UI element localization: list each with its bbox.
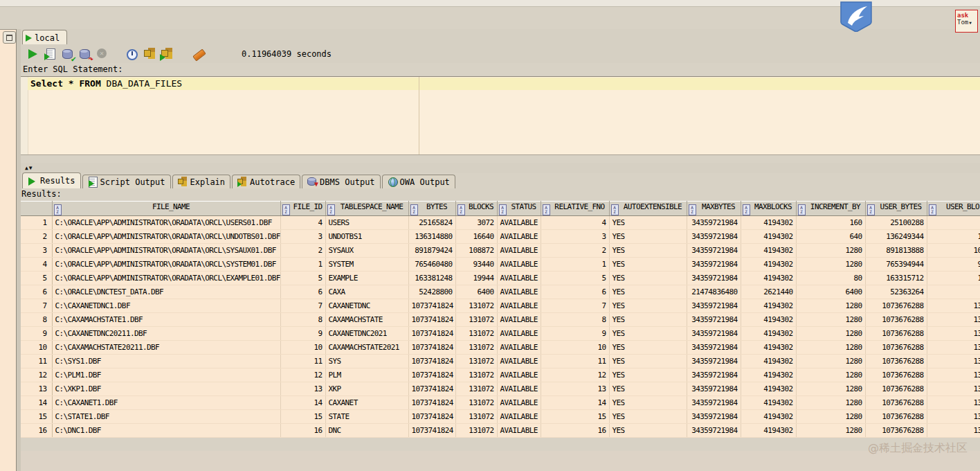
- grid-cell[interactable]: 34359721984: [687, 410, 741, 424]
- column-header-user_blo[interactable]: AZUSER_BLO: [927, 202, 980, 216]
- column-header-user_bytes[interactable]: AZUSER_BYTES: [865, 202, 927, 216]
- sql-statement-text[interactable]: Select * FROM DBA_DATA_FILES: [30, 78, 182, 89]
- grid-cell[interactable]: 4194302: [741, 299, 796, 313]
- grid-cell[interactable]: 19: [927, 272, 980, 285]
- grid-cell[interactable]: 131072: [455, 410, 497, 424]
- grid-cell[interactable]: 4194302: [741, 382, 796, 396]
- grid-cell[interactable]: 8: [541, 313, 609, 327]
- column-header-file_id[interactable]: AZFILE_ID: [280, 202, 325, 216]
- grid-cell[interactable]: 765394944: [865, 258, 927, 272]
- grid-cell[interactable]: 1073676288: [865, 299, 927, 313]
- grid-cell[interactable]: C:\STATE1.DBF: [52, 410, 280, 424]
- grid-cell[interactable]: YES: [609, 368, 687, 382]
- row-number-cell[interactable]: 5: [21, 272, 52, 285]
- grid-cell[interactable]: 12: [541, 368, 609, 382]
- horizontal-splitter[interactable]: ▲▼: [21, 163, 980, 173]
- grid-cell[interactable]: YES: [609, 410, 687, 424]
- row-number-cell[interactable]: 8: [21, 313, 52, 327]
- row-number-cell[interactable]: 14: [21, 396, 52, 410]
- grid-cell[interactable]: 6: [927, 285, 980, 299]
- row-number-cell[interactable]: 2: [21, 230, 52, 244]
- grid-cell[interactable]: 163381248: [408, 272, 455, 285]
- panel-collapse-button[interactable]: [3, 31, 16, 44]
- grid-cell[interactable]: 16: [280, 424, 325, 438]
- grid-cell[interactable]: YES: [609, 355, 687, 368]
- grid-cell[interactable]: 1073676288: [865, 410, 927, 424]
- grid-cell[interactable]: 131072: [455, 327, 497, 341]
- grid-cell[interactable]: 131: [927, 382, 980, 396]
- grid-cell[interactable]: 11: [541, 355, 609, 368]
- grid-cell[interactable]: 1073676288: [865, 396, 927, 410]
- grid-cell[interactable]: 4194302: [741, 355, 796, 368]
- grid-cell[interactable]: YES: [609, 285, 687, 299]
- grid-cell[interactable]: 34359721984: [687, 396, 741, 410]
- grid-cell[interactable]: 14: [541, 396, 609, 410]
- table-row[interactable]: 8C:\CAXAMACHSTATE1.DBF8CAXAMACHSTATE1073…: [21, 313, 980, 327]
- table-row[interactable]: 2C:\ORACLE\APP\ADMINISTRATOR\ORADATA\ORC…: [21, 230, 980, 244]
- grid-cell[interactable]: C:\CAXANETDNC1.DBF: [52, 299, 280, 313]
- grid-cell[interactable]: 3: [927, 216, 980, 230]
- grid-cell[interactable]: C:\CAXANETDNC20211.DBF: [52, 327, 280, 341]
- grid-cell[interactable]: 3072: [455, 216, 497, 230]
- row-number-cell[interactable]: 10: [21, 341, 52, 355]
- grid-cell[interactable]: 4: [541, 216, 609, 230]
- grid-cell[interactable]: 1073676288: [865, 355, 927, 368]
- grid-cell[interactable]: 4194302: [741, 341, 796, 355]
- grid-cell[interactable]: CAXAMACHSTATE: [325, 313, 408, 327]
- grid-cell[interactable]: YES: [609, 341, 687, 355]
- grid-cell[interactable]: AVAILABLE: [497, 230, 541, 244]
- grid-cell[interactable]: 34359721984: [687, 244, 741, 258]
- grid-cell[interactable]: C:\ORACLE\APP\ADMINISTRATOR\ORADATA\ORCL…: [52, 258, 280, 272]
- row-number-cell[interactable]: 6: [21, 285, 52, 299]
- grid-cell[interactable]: YES: [609, 258, 687, 272]
- grid-cell[interactable]: 1073741824: [408, 368, 455, 382]
- grid-cell[interactable]: 34359721984: [687, 327, 741, 341]
- row-number-cell[interactable]: 3: [21, 244, 52, 258]
- column-header-increment_by[interactable]: AZINCREMENT_BY: [796, 202, 865, 216]
- grid-cell[interactable]: CAXA: [325, 285, 408, 299]
- grid-cell[interactable]: AVAILABLE: [497, 313, 541, 327]
- grid-cell[interactable]: AVAILABLE: [497, 285, 541, 299]
- row-number-cell[interactable]: 16: [21, 424, 52, 438]
- column-header-blocks[interactable]: AZBLOCKS: [455, 202, 497, 216]
- grid-cell[interactable]: 131072: [455, 313, 497, 327]
- grid-cell[interactable]: 891879424: [408, 244, 455, 258]
- grid-cell[interactable]: 2: [541, 244, 609, 258]
- grid-cell[interactable]: SYSTEM: [325, 258, 408, 272]
- grid-cell[interactable]: 13: [280, 382, 325, 396]
- grid-cell[interactable]: AVAILABLE: [497, 216, 541, 230]
- grid-cell[interactable]: 9: [541, 327, 609, 341]
- grid-cell[interactable]: 108872: [455, 244, 497, 258]
- grid-cell[interactable]: 1280: [796, 258, 865, 272]
- grid-cell[interactable]: 1073741824: [408, 299, 455, 313]
- grid-cell[interactable]: 4194302: [741, 272, 796, 285]
- grid-cell[interactable]: 131: [927, 396, 980, 410]
- grid-cell[interactable]: 14: [280, 396, 325, 410]
- autotrace-button[interactable]: [160, 47, 174, 61]
- grid-cell[interactable]: 12: [280, 368, 325, 382]
- grid-cell[interactable]: 10: [280, 341, 325, 355]
- grid-cell[interactable]: 8: [280, 313, 325, 327]
- grid-cell[interactable]: 93: [927, 258, 980, 272]
- grid-cell[interactable]: 4194302: [741, 313, 796, 327]
- sql-editor[interactable]: Select * FROM DBA_DATA_FILES ◀: [21, 76, 980, 155]
- grid-cell[interactable]: 131072: [455, 341, 497, 355]
- grid-cell[interactable]: 6400: [796, 285, 865, 299]
- grid-cell[interactable]: 1280: [796, 368, 865, 382]
- grid-cell[interactable]: 34359721984: [687, 368, 741, 382]
- grid-cell[interactable]: AVAILABLE: [497, 272, 541, 285]
- commit-button[interactable]: ✔: [61, 47, 75, 61]
- column-header-maxblocks[interactable]: AZMAXBLOCKS: [741, 202, 796, 216]
- grid-cell[interactable]: AVAILABLE: [497, 299, 541, 313]
- grid-cell[interactable]: C:\CAXANET1.DBF: [52, 396, 280, 410]
- grid-cell[interactable]: 1073676288: [865, 368, 927, 382]
- grid-cell[interactable]: 1073676288: [865, 382, 927, 396]
- grid-cell[interactable]: 131072: [455, 355, 497, 368]
- tab-dbms-output[interactable]: ▼DBMS Output: [302, 175, 380, 188]
- grid-cell[interactable]: 1: [280, 258, 325, 272]
- grid-cell[interactable]: SYS: [325, 355, 408, 368]
- grid-cell[interactable]: 1073741824: [408, 424, 455, 438]
- ask-tom-widget[interactable]: ask Tom: [955, 10, 978, 33]
- row-number-cell[interactable]: 7: [21, 299, 52, 313]
- grid-cell[interactable]: YES: [609, 396, 687, 410]
